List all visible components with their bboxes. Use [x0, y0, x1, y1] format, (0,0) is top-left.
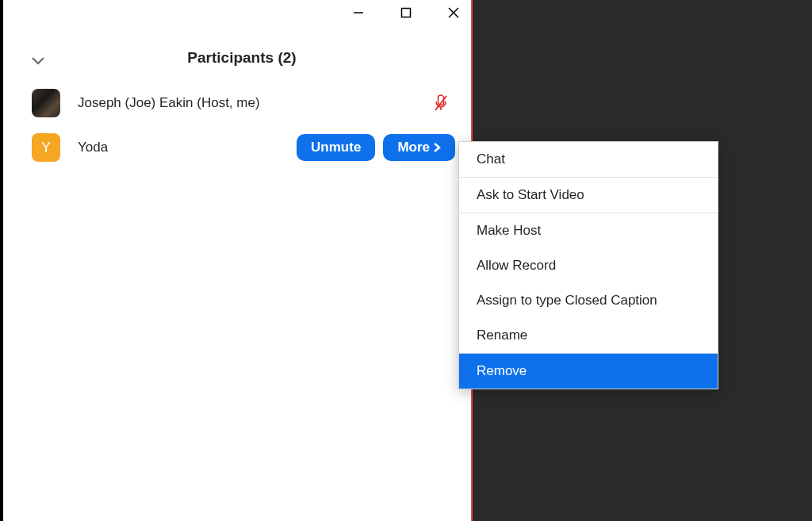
unmute-button[interactable]: Unmute	[297, 134, 375, 161]
participant-row-yoda[interactable]: Y Yoda Unmute More	[3, 125, 471, 170]
minimize-icon	[353, 7, 364, 18]
panel-header: Participants (2)	[3, 25, 471, 81]
menu-item-rename[interactable]: Rename	[459, 318, 718, 353]
unmute-label: Unmute	[311, 140, 361, 155]
participants-panel: Participants (2) Joseph (Joe) Eakin (Hos…	[3, 0, 473, 521]
chevron-down-icon	[32, 57, 44, 65]
close-icon	[448, 7, 459, 18]
menu-item-allow-record[interactable]: Allow Record	[459, 248, 718, 283]
avatar-host	[32, 89, 60, 117]
more-label: More	[397, 140, 430, 155]
chevron-right-icon	[433, 142, 441, 153]
menu-item-remove[interactable]: Remove	[459, 354, 718, 389]
menu-item-closed-caption[interactable]: Assign to type Closed Caption	[459, 283, 718, 318]
more-button[interactable]: More	[383, 134, 455, 161]
minimize-button[interactable]	[347, 2, 370, 24]
window-titlebar	[3, 0, 471, 25]
participant-name-label: Joseph (Joe) Eakin (Host, me)	[78, 95, 416, 111]
close-button[interactable]	[442, 2, 465, 24]
participant-actions: Unmute More	[297, 134, 455, 161]
menu-item-ask-video[interactable]: Ask to Start Video	[459, 178, 718, 213]
menu-item-chat[interactable]: Chat	[459, 142, 718, 177]
collapse-toggle[interactable]	[32, 57, 44, 65]
avatar-initial: Y	[41, 140, 51, 156]
menu-item-make-host[interactable]: Make Host	[459, 213, 718, 248]
avatar-yoda: Y	[32, 133, 60, 162]
panel-title: Participants (2)	[32, 49, 452, 67]
participant-row-host[interactable]: Joseph (Joe) Eakin (Host, me)	[3, 81, 471, 125]
maximize-button[interactable]	[395, 2, 417, 24]
participant-name-label: Yoda	[78, 140, 279, 155]
mic-muted-icon	[433, 94, 449, 113]
svg-rect-1	[402, 9, 411, 17]
more-context-menu: Chat Ask to Start Video Make Host Allow …	[458, 141, 718, 389]
maximize-icon	[400, 7, 412, 18]
